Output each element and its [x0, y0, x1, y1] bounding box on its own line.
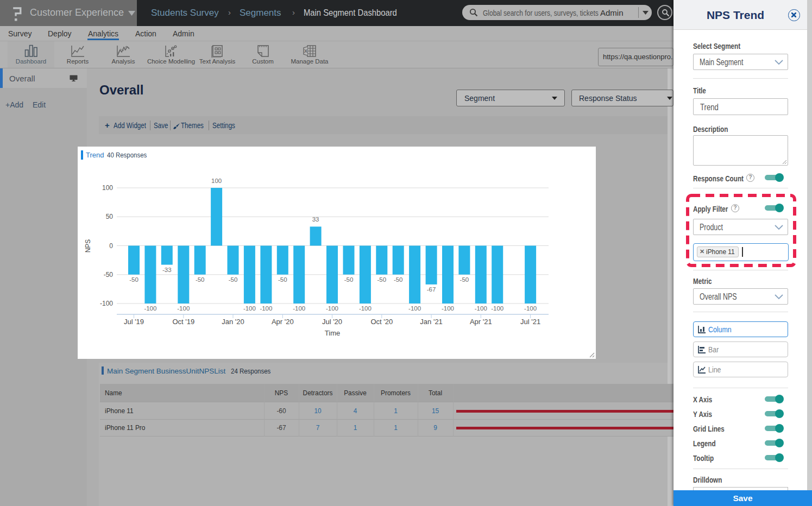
svg-text:-33: -33: [162, 267, 172, 273]
svg-text:Jul '21: Jul '21: [520, 318, 540, 326]
svg-text:Jan '20: Jan '20: [222, 318, 244, 326]
svg-text:Oct '19: Oct '19: [172, 318, 194, 326]
svg-text:-50: -50: [129, 276, 139, 283]
svg-text:-50: -50: [377, 276, 386, 283]
svg-text:-100: -100: [475, 305, 487, 312]
svg-text:Oct '20: Oct '20: [370, 318, 393, 326]
svg-text:-100: -100: [359, 305, 372, 312]
svg-text:-50: -50: [460, 276, 469, 283]
svg-text:-100: -100: [177, 305, 190, 312]
svg-text:100: 100: [102, 184, 113, 192]
svg-text:-50: -50: [196, 276, 205, 283]
svg-text:-50: -50: [344, 276, 354, 283]
svg-text:-100: -100: [524, 305, 537, 312]
svg-text:-50: -50: [278, 276, 287, 283]
svg-text:50: 50: [106, 213, 114, 220]
svg-text:-50: -50: [229, 276, 238, 283]
svg-text:-100: -100: [491, 305, 503, 312]
svg-text:NPS: NPS: [84, 239, 92, 253]
svg-text:-100: -100: [144, 305, 156, 312]
svg-text:Jan '21: Jan '21: [420, 318, 443, 326]
svg-text:-100: -100: [408, 305, 421, 312]
svg-text:100: 100: [211, 178, 222, 184]
svg-text:0: 0: [109, 242, 113, 250]
svg-text:-50: -50: [394, 276, 403, 283]
svg-text:-100: -100: [260, 305, 272, 312]
svg-text:Jul '19: Jul '19: [124, 318, 144, 326]
svg-text:Time: Time: [325, 329, 340, 337]
svg-text:Apr '21: Apr '21: [470, 318, 492, 326]
svg-text:-100: -100: [293, 305, 305, 312]
svg-text:Apr '20: Apr '20: [272, 318, 294, 326]
svg-text:-67: -67: [427, 286, 436, 293]
svg-text:-100: -100: [326, 305, 338, 312]
svg-text:33: 33: [312, 216, 319, 223]
svg-text:-50: -50: [104, 271, 114, 279]
svg-text:-100: -100: [100, 300, 113, 307]
svg-text:X: X: [304, 48, 307, 54]
svg-text:-100: -100: [442, 305, 454, 312]
svg-text:-100: -100: [243, 305, 256, 312]
svg-text:Jul '20: Jul '20: [322, 318, 342, 326]
